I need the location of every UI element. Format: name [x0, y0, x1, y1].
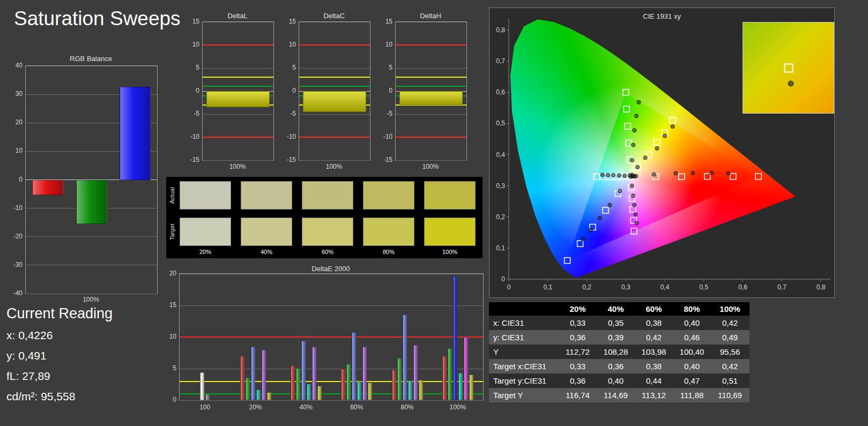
table-row-label: Target x:CIE31	[489, 362, 559, 371]
table-cell: 0,38	[635, 362, 673, 371]
reference-line	[180, 381, 483, 382]
gridline	[26, 236, 157, 237]
table-row-label: Target Y	[489, 391, 559, 400]
cie-zoom-inset	[743, 22, 834, 114]
bar	[251, 347, 255, 400]
reference-line	[299, 44, 370, 46]
rgb-balance-xlabel: 100%	[25, 296, 157, 303]
bar	[469, 375, 473, 400]
delta-h-plot: -15-10-5051015	[395, 21, 467, 161]
target-swatch	[302, 218, 353, 246]
target-swatch	[424, 218, 476, 246]
reference-line	[180, 337, 483, 338]
gridline	[180, 400, 483, 401]
table-row-label: y: CIE31	[489, 333, 559, 342]
svg-text:0,6: 0,6	[496, 88, 505, 96]
gridline	[203, 160, 273, 161]
bar	[397, 358, 402, 400]
x-tick-label: 20%	[230, 403, 280, 411]
y-tick-label: 30	[5, 90, 23, 98]
bar	[303, 91, 366, 112]
bar	[403, 315, 407, 400]
bar	[267, 392, 271, 400]
bar	[458, 373, 463, 400]
svg-text:0,5: 0,5	[496, 119, 505, 127]
y-tick-label: 10	[375, 41, 392, 48]
y-tick-label: -15	[375, 156, 392, 163]
table-cell: 0,33	[559, 362, 597, 371]
rgb-balance-plot: -40-30-20-10010203040	[25, 65, 158, 294]
table-cell: 95,56	[711, 347, 749, 356]
y-tick-label: 10	[159, 333, 176, 340]
delta-l-chart: DeltaL -15-10-5051015 100%	[185, 12, 279, 175]
gridline	[180, 274, 483, 274]
svg-text:0: 0	[501, 275, 505, 283]
bar	[296, 368, 300, 400]
delta-e-plot: 0510152010020%40%60%80%100%	[179, 273, 484, 401]
bar	[341, 369, 345, 400]
svg-text:0,1: 0,1	[496, 244, 505, 252]
page-title: Saturation Sweeps	[14, 8, 181, 30]
table-cell: 0,40	[673, 362, 711, 371]
reading-x: x: 0,4226	[6, 329, 53, 342]
delta-h-chart: DeltaH -15-10-5051015 100%	[378, 12, 472, 175]
y-tick-label: 15	[182, 18, 199, 25]
bar	[317, 386, 322, 400]
y-tick-label: -15	[182, 156, 199, 163]
bar	[120, 87, 151, 180]
y-tick-label: 5	[182, 64, 199, 71]
bar	[307, 384, 311, 400]
target-swatch	[180, 218, 231, 246]
table-cell: 0,42	[635, 333, 673, 342]
delta-c-chart: DeltaC -15-10-5051015 100%	[281, 12, 375, 175]
inset-target-square	[784, 63, 793, 72]
rgb-balance-chart: RGB Balance -40-30-20-10010203040 100%	[5, 54, 166, 305]
color-comparison-panel: Actual Target 20%40%60%80%100%	[166, 177, 483, 258]
x-tick-label: 100	[180, 403, 230, 411]
y-tick-label: -10	[279, 133, 296, 140]
svg-text:0,5: 0,5	[699, 283, 708, 291]
svg-text:0,2: 0,2	[496, 213, 505, 221]
y-tick-label: -5	[375, 110, 392, 117]
reading-cdm2: cd/m²: 95,558	[6, 390, 75, 403]
bar	[301, 341, 306, 400]
y-tick-label: -5	[182, 110, 199, 117]
gridline	[396, 114, 466, 115]
y-tick-label: 5	[375, 64, 392, 71]
table-cell: 116,74	[559, 391, 597, 400]
reference-line	[299, 86, 370, 87]
y-tick-label: 15	[279, 18, 296, 25]
table-cell: 0,36	[559, 333, 597, 342]
swatch-column-label: 60%	[302, 249, 353, 255]
delta-l-title: DeltaL	[202, 12, 273, 20]
y-tick-label: 5	[159, 364, 176, 372]
bar	[312, 347, 316, 400]
actual-swatch	[302, 181, 353, 210]
swatch-column-label: 100%	[424, 249, 476, 255]
bar	[464, 337, 468, 400]
y-tick-label: 20	[159, 270, 176, 277]
table-cell: 0,38	[635, 318, 673, 327]
y-tick-label: -10	[375, 133, 392, 140]
reading-fl: fL: 27,89	[6, 370, 50, 383]
table-row: x: CIE310,330,350,380,400,42	[489, 316, 750, 330]
table-cell: 114,69	[597, 391, 635, 400]
inset-measured-dot	[788, 80, 794, 86]
bar	[240, 356, 244, 400]
y-tick-label: 10	[182, 41, 199, 48]
gridline	[299, 114, 370, 115]
y-tick-label: 15	[375, 18, 392, 25]
table-header-cell: 20%	[559, 304, 597, 313]
table-cell: 0,46	[673, 333, 711, 342]
bar	[205, 394, 210, 400]
gridline	[299, 22, 370, 23]
table-cell: 0,49	[711, 333, 749, 342]
svg-text:0,4: 0,4	[661, 283, 670, 291]
svg-text:0,8: 0,8	[496, 26, 505, 34]
table-cell: 0,40	[673, 318, 711, 327]
actual-swatch	[424, 181, 476, 210]
gridline	[396, 160, 466, 161]
x-tick-label: 80%	[382, 403, 432, 411]
gridline	[26, 294, 157, 294]
reading-y: y: 0,491	[6, 349, 47, 362]
